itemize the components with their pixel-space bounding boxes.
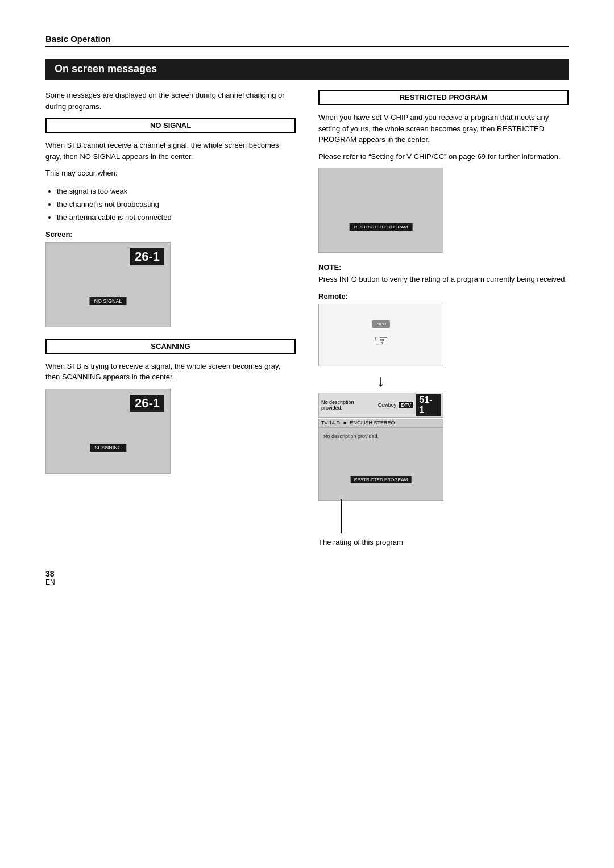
page-number: 38: [45, 569, 569, 578]
restricted-program-section: RESTRICTED PROGRAM When you have set V-C…: [318, 90, 569, 253]
bullet-1: the signal is too weak: [57, 185, 296, 198]
no-signal-section: NO SIGNAL When STB cannot receive a chan…: [45, 118, 296, 327]
scanning-label: SCANNING: [45, 339, 296, 354]
no-signal-screen-center: NO SIGNAL: [89, 297, 126, 305]
restricted-screen-center: RESTRICTED PROGRAM: [350, 223, 413, 231]
note-section: NOTE: Press INFO button to verify the ra…: [318, 263, 569, 285]
info-tv-rating: TV-14 D: [321, 420, 340, 425]
info-button: INFO: [372, 320, 389, 328]
no-signal-screen: 26-1 NO SIGNAL: [45, 242, 171, 327]
info-screen-restricted: RESTRICTED PROGRAM: [351, 476, 412, 483]
info-description: No description provided.: [321, 399, 376, 411]
remote-box: INFO ☞: [318, 304, 443, 366]
info-dtv-label: DTV: [399, 402, 413, 408]
scanning-body: When STB is trying to receive a signal, …: [45, 361, 296, 383]
two-col-layout: Some messages are displayed on the scree…: [45, 90, 569, 546]
no-signal-body1: When STB cannot receive a channel signal…: [45, 140, 296, 162]
info-channel-name: Cowboy: [378, 402, 397, 408]
info-bar-row2: TV-14 D ■ ENGLISH STEREO: [318, 419, 443, 427]
chapter-title-text: On screen messages: [55, 63, 157, 74]
intro-text: Some messages are displayed on the scree…: [45, 90, 296, 112]
channel-num-scanning: 26-1: [130, 395, 164, 412]
note-label: NOTE:: [318, 263, 569, 272]
page: Basic Operation On screen messages Some …: [0, 0, 614, 868]
scanning-section: SCANNING When STB is trying to receive a…: [45, 339, 296, 474]
info-screen-wrapper: No description provided. RESTRICTED PROG…: [318, 427, 443, 546]
info-channel-num: 51-1: [416, 394, 441, 416]
bullet-2: the channel is not broadcasting: [57, 198, 296, 211]
chapter-title-bar: On screen messages: [45, 59, 569, 80]
restricted-program-label: RESTRICTED PROGRAM: [318, 90, 569, 105]
no-signal-label: NO SIGNAL: [45, 118, 296, 133]
hand-icon: ☞: [374, 331, 388, 350]
note-body: Press INFO button to verify the rating o…: [318, 274, 569, 285]
screen-label-nosignal: Screen:: [45, 230, 296, 239]
page-lang: EN: [45, 578, 569, 586]
left-column: Some messages are displayed on the scree…: [45, 90, 296, 546]
section-header: Basic Operation: [45, 34, 569, 47]
info-screen-no-desc: No description provided.: [323, 433, 379, 439]
section-header-title: Basic Operation: [45, 34, 111, 44]
scanning-screen-center: SCANNING: [90, 444, 126, 452]
info-screen-area: No description provided. RESTRICTED PROG…: [318, 427, 443, 501]
pointer-line: [341, 499, 342, 533]
scanning-screen: 26-1 SCANNING: [45, 389, 171, 474]
channel-num-nosignal: 26-1: [130, 248, 164, 265]
footer: 38 EN: [45, 569, 569, 586]
restricted-screen: RESTRICTED PROGRAM: [318, 168, 443, 253]
no-signal-body2: This may occur when:: [45, 168, 296, 179]
info-hd-icon: ■: [343, 420, 346, 425]
info-bar-row1: No description provided. Cowboy DTV 51-1: [318, 393, 443, 418]
right-column: RESTRICTED PROGRAM When you have set V-C…: [318, 90, 569, 546]
restricted-body1: When you have set V-CHIP and you receive…: [318, 112, 569, 145]
remote-section: Remote: INFO ☞ ↓ No description provided…: [318, 292, 569, 546]
bullet-3: the antenna cable is not connected: [57, 211, 296, 224]
no-signal-bullets: the signal is too weak the channel is no…: [57, 185, 296, 224]
rating-label: The rating of this program: [318, 538, 443, 546]
info-audio: ENGLISH STEREO: [350, 420, 395, 425]
remote-label: Remote:: [318, 292, 569, 301]
arrow-down-icon: ↓: [318, 372, 443, 390]
restricted-body2: Please refer to “Setting for V-CHIP/CC” …: [318, 151, 569, 162]
